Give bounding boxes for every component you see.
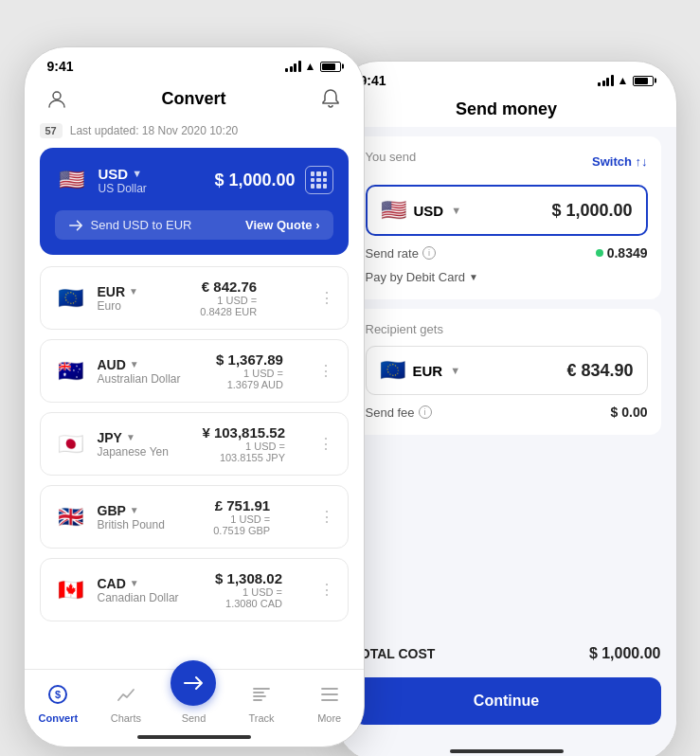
eur-flag: 🇪🇺 (54, 281, 88, 315)
list-item[interactable]: 🇨🇦 CAD ▼ Canadian Dollar $ 1,308.02 1 US… (40, 558, 349, 621)
more-options-icon[interactable]: ⋮ (319, 508, 334, 526)
svg-text:$: $ (55, 689, 61, 700)
switch-button[interactable]: Switch ↑↓ (592, 154, 648, 169)
main-currency-card: 🇺🇸 USD ▼ US Dollar $ 1,000.00 (40, 148, 349, 255)
chevron-down-icon: ▼ (130, 578, 139, 588)
last-updated-text: Last updated: 18 Nov 2020 10:20 (70, 124, 238, 137)
home-indicator-right (450, 749, 564, 753)
tab-track-label: Track (249, 712, 275, 724)
recipient-currency-row[interactable]: 🇪🇺 EUR ▼ € 834.90 (366, 346, 648, 395)
tab-send-label: Send (182, 712, 206, 724)
tab-convert-label: Convert (39, 712, 79, 724)
tab-more-label: More (317, 712, 341, 724)
svg-point-0 (53, 92, 61, 99)
pay-method-caret: ▼ (469, 272, 478, 282)
more-options-icon[interactable]: ⋮ (318, 362, 333, 380)
tab-charts[interactable]: Charts (92, 679, 160, 724)
tab-send[interactable]: Send (160, 679, 228, 724)
time-left: 9:41 (47, 59, 74, 74)
main-currency-row: 🇺🇸 USD ▼ US Dollar $ 1,000.00 (55, 163, 333, 197)
more-options-icon[interactable]: ⋮ (319, 289, 334, 307)
track-icon (246, 679, 277, 710)
fee-row: Send fee i $ 0.00 (366, 395, 648, 422)
send-amount-value: $ 1,000.00 (551, 201, 632, 221)
send-currency-row[interactable]: 🇺🇸 USD ▼ $ 1,000.00 (366, 185, 648, 236)
rate-value: 0.8349 (607, 245, 648, 261)
you-send-section: You send Switch ↑↓ 🇺🇸 USD ▼ $ 1,000.00 S… (352, 136, 661, 299)
you-send-label: You send (366, 150, 417, 164)
recipient-label: Recipient gets (366, 322, 648, 336)
keypad-icon[interactable] (305, 166, 333, 194)
rate-dot (596, 249, 603, 257)
tab-track[interactable]: Track (227, 679, 296, 724)
last-updated-row: 57 Last updated: 18 Nov 2020 10:20 (25, 119, 364, 148)
total-label: TOTAL COST (352, 646, 436, 661)
status-icons-right: ▲ (598, 74, 653, 87)
nav-bar-convert: Convert (25, 80, 364, 119)
phones-container: 9:41 ▲ Conv (19, 19, 681, 756)
usd-caret: ▼ (451, 205, 461, 216)
send-usd-to-eur-button[interactable]: Send USD to EUR View Quote › (55, 210, 333, 240)
page-title-send: Send money (456, 99, 557, 119)
view-quote-btn[interactable]: View Quote › (245, 218, 320, 232)
convert-phone: 9:41 ▲ Conv (24, 46, 365, 747)
page-title-convert: Convert (161, 89, 225, 109)
chevron-down-icon: ▼ (130, 505, 139, 515)
battery-icon (633, 76, 654, 86)
main-currency-amount: $ 1,000.00 (214, 171, 295, 190)
tab-more[interactable]: More (296, 679, 364, 724)
total-value: $ 1,000.00 (589, 645, 661, 662)
main-currency-name: US Dollar (99, 182, 147, 195)
send-screen: You send Switch ↑↓ 🇺🇸 USD ▼ $ 1,000.00 S… (337, 127, 676, 756)
signal-icon (285, 61, 301, 72)
send-rate-label: Send rate (366, 246, 419, 261)
wifi-icon: ▲ (305, 60, 316, 73)
eur-flag-recipient: 🇪🇺 (380, 358, 405, 383)
info-icon[interactable]: i (422, 246, 436, 260)
recipient-section: Recipient gets 🇪🇺 EUR ▼ € 834.90 Send fe… (352, 309, 661, 435)
recipient-amount: € 834.90 (566, 361, 633, 381)
nav-bar-send: Send money (337, 94, 676, 127)
pay-method-row[interactable]: Pay by Debit Card ▼ (366, 264, 648, 286)
list-item[interactable]: 🇯🇵 JPY ▼ Japanese Yen ¥ 103,815.52 1 USD… (40, 412, 349, 476)
main-currency-code[interactable]: USD ▼ (99, 166, 147, 182)
list-item[interactable]: 🇪🇺 EUR ▼ Euro € 842.76 1 USD = 0.8428 (40, 266, 349, 330)
wifi-icon: ▲ (618, 74, 629, 87)
list-item[interactable]: 🇦🇺 AUD ▼ Australian Dollar $ 1,367.89 1 … (40, 339, 349, 403)
charts-icon (111, 679, 141, 710)
main-currency-left: 🇺🇸 USD ▼ US Dollar (55, 163, 147, 197)
usd-flag: 🇺🇸 (55, 163, 89, 197)
status-icons-left: ▲ (285, 60, 340, 73)
usd-code-send: USD (414, 203, 444, 219)
chevron-down-icon: ▼ (129, 286, 138, 297)
more-icon (314, 679, 345, 710)
convert-screen-content: 57 Last updated: 18 Nov 2020 10:20 🇺🇸 US… (25, 119, 364, 747)
list-item[interactable]: 🇬🇧 GBP ▼ British Pound £ 751.91 1 USD = (40, 485, 349, 549)
more-options-icon[interactable]: ⋮ (318, 435, 333, 453)
fee-value: $ 0.00 (611, 405, 648, 420)
fee-info-icon[interactable]: i (419, 405, 432, 419)
eur-code-recipient: EUR (413, 363, 443, 379)
tab-bar: $ Convert Charts (25, 669, 364, 729)
signal-icon (598, 75, 614, 86)
pay-method-label: Pay by Debit Card (366, 270, 466, 284)
status-bar-left: 9:41 ▲ (25, 47, 364, 80)
chevron-down-icon: ▼ (126, 432, 135, 442)
continue-button[interactable]: Continue (352, 677, 661, 725)
currency-list: 🇪🇺 EUR ▼ Euro € 842.76 1 USD = 0.8428 (25, 255, 364, 669)
convert-icon: $ (43, 679, 73, 710)
bell-icon[interactable] (317, 85, 344, 112)
total-bar: TOTAL COST $ 1,000.00 (337, 630, 676, 677)
tab-convert[interactable]: $ Convert (25, 679, 93, 724)
tab-charts-label: Charts (111, 712, 141, 724)
profile-icon[interactable] (44, 85, 70, 112)
rate-row: Send rate i 0.8349 (366, 236, 648, 264)
fee-label: Send fee (366, 405, 415, 420)
send-money-phone: 9:41 ▲ Send money (336, 61, 677, 756)
send-circle (171, 660, 216, 706)
home-indicator (137, 735, 251, 739)
battery-icon (320, 62, 341, 72)
status-bar-right: 9:41 ▲ (337, 62, 676, 94)
more-options-icon[interactable]: ⋮ (319, 581, 334, 599)
chevron-down-icon: ▼ (130, 359, 139, 369)
